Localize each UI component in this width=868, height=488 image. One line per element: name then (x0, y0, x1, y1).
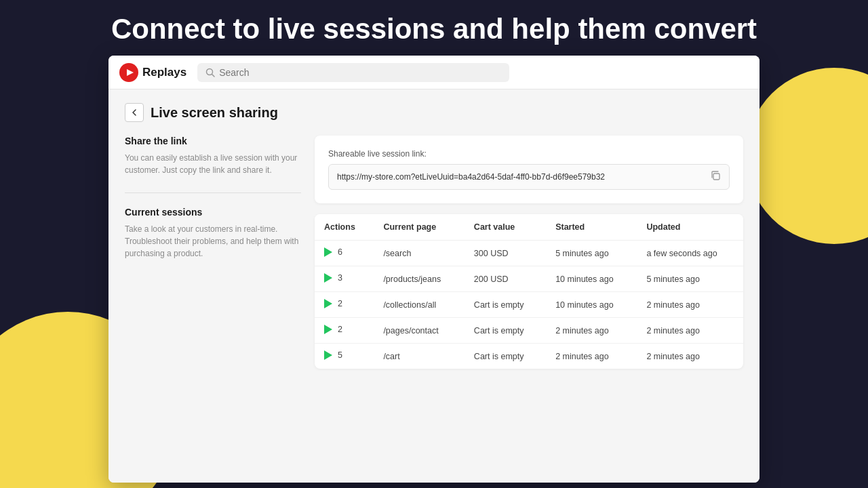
play-button[interactable] (324, 299, 332, 308)
current-sessions-description: Take a look at your customers in real-ti… (125, 223, 301, 260)
search-bar[interactable] (197, 63, 509, 82)
back-arrow-icon (130, 108, 138, 117)
cell-page: /pages/contact (374, 318, 464, 344)
col-started: Started (546, 214, 637, 241)
play-triangle-icon (324, 247, 332, 257)
link-label: Shareable live session link: (328, 149, 730, 159)
cell-updated: 2 minutes ago (637, 318, 743, 344)
play-triangle-icon (324, 350, 332, 360)
table-row: 5 /cart Cart is empty 2 minutes ago 2 mi… (315, 344, 743, 369)
app-container: Replays Live screen sharing (108, 56, 760, 483)
app-logo: Replays (119, 63, 186, 82)
current-sessions-section: Current sessions Take a look at your cus… (125, 207, 301, 260)
cell-page: /cart (374, 344, 464, 369)
col-current-page: Current page (374, 214, 464, 241)
app-header: Replays (108, 56, 760, 89)
left-column: Share the link You can easily establish … (125, 136, 301, 369)
table-row: 2 /collections/all Cart is empty 10 minu… (315, 292, 743, 318)
cell-play: 2 (315, 318, 374, 344)
table-row: 6 /search 300 USD 5 minutes ago a few se… (315, 241, 743, 266)
sessions-card: Actions Current page Cart value Started … (315, 214, 743, 369)
play-triangle-icon (324, 299, 332, 308)
share-description: You can easily establish a live session … (125, 152, 301, 176)
cell-updated: 2 minutes ago (637, 292, 743, 318)
link-box: https://my-store.com?etLiveUuid=ba4a2d64… (328, 164, 730, 190)
search-icon (205, 68, 215, 77)
play-triangle-icon (324, 325, 332, 334)
share-title: Share the link (125, 136, 301, 146)
share-section: Share the link You can easily establish … (125, 136, 301, 176)
cell-cart: 200 USD (465, 266, 546, 292)
table-row: 2 /pages/contact Cart is empty 2 minutes… (315, 318, 743, 344)
col-updated: Updated (637, 214, 743, 241)
svg-line-3 (212, 74, 215, 77)
play-triangle-icon (324, 273, 332, 283)
cell-started: 10 minutes ago (546, 292, 637, 318)
play-button[interactable] (324, 247, 332, 257)
action-count: 6 (338, 247, 342, 257)
logo-icon (119, 63, 138, 82)
cell-page: /collections/all (374, 292, 464, 318)
cell-cart: Cart is empty (465, 318, 546, 344)
cell-updated: 5 minutes ago (637, 266, 743, 292)
table-header-row: Actions Current page Cart value Started … (315, 214, 743, 241)
cell-started: 5 minutes ago (546, 241, 637, 266)
hero-title: Connect to live sessions and help them c… (0, 0, 868, 56)
cell-play: 6 (315, 241, 374, 266)
action-count: 3 (338, 273, 342, 283)
cell-updated: a few seconds ago (637, 241, 743, 266)
sessions-table: Actions Current page Cart value Started … (315, 214, 743, 369)
action-count: 2 (338, 299, 342, 308)
play-button[interactable] (324, 325, 332, 334)
cell-cart: Cart is empty (465, 292, 546, 318)
cell-play: 2 (315, 292, 374, 318)
page-content: Live screen sharing Share the link You c… (108, 89, 760, 483)
current-sessions-title: Current sessions (125, 207, 301, 218)
back-button[interactable] (125, 103, 144, 122)
cell-play: 5 (315, 344, 374, 369)
cell-started: 2 minutes ago (546, 318, 637, 344)
col-actions: Actions (315, 214, 374, 241)
two-col-layout: Share the link You can easily establish … (125, 136, 743, 369)
cell-cart: Cart is empty (465, 344, 546, 369)
cell-updated: 2 minutes ago (637, 344, 743, 369)
divider (125, 192, 301, 193)
page-title: Live screen sharing (151, 105, 278, 121)
right-column: Shareable live session link: https://my-… (315, 136, 743, 369)
cell-page: /search (374, 241, 464, 266)
copy-icon[interactable] (710, 170, 721, 184)
decorative-circle-right (746, 68, 868, 244)
action-count: 2 (338, 325, 342, 334)
action-count: 5 (338, 350, 342, 360)
search-input[interactable] (219, 67, 501, 78)
play-button[interactable] (324, 273, 332, 283)
cell-page: /products/jeans (374, 266, 464, 292)
cell-play: 3 (315, 266, 374, 292)
logo-text: Replays (142, 66, 186, 79)
cell-cart: 300 USD (465, 241, 546, 266)
share-link-card: Shareable live session link: https://my-… (315, 136, 743, 203)
svg-rect-4 (713, 174, 719, 180)
cell-started: 10 minutes ago (546, 266, 637, 292)
link-url: https://my-store.com?etLiveUuid=ba4a2d64… (337, 172, 605, 182)
page-header: Live screen sharing (125, 103, 743, 122)
col-cart-value: Cart value (465, 214, 546, 241)
play-button[interactable] (324, 350, 332, 360)
table-row: 3 /products/jeans 200 USD 10 minutes ago… (315, 266, 743, 292)
cell-started: 2 minutes ago (546, 344, 637, 369)
